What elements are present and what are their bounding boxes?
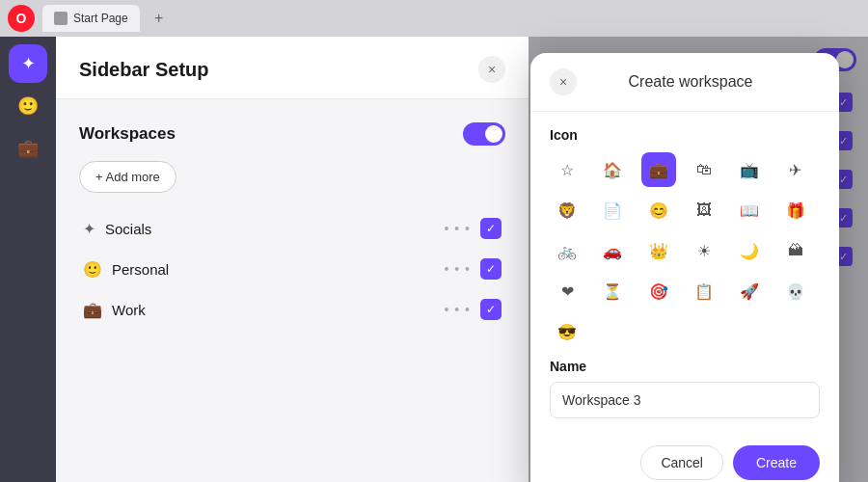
icon-hourglass[interactable]: ⏳ [595, 274, 630, 308]
icon-list[interactable]: 📋 [687, 274, 721, 308]
icon-mountain[interactable]: 🏔 [778, 233, 813, 268]
create-button[interactable]: Create [733, 445, 820, 480]
sidebar-sparkle-button[interactable]: ✦ [9, 44, 47, 83]
icon-briefcase[interactable]: 💼 [641, 152, 676, 187]
icon-bike[interactable]: 🚲 [550, 233, 584, 268]
opera-logo: O [8, 5, 35, 32]
icon-sun[interactable]: ☀ [687, 233, 721, 268]
emoji-icon: 🙂 [17, 95, 39, 117]
icon-home[interactable]: 🏠 [595, 152, 630, 187]
icon-grid-row2: 🦁 📄 😊 🖼 📖 🎁 [550, 193, 820, 228]
briefcase-icon: 💼 [17, 138, 39, 159]
icon-section-label: Icon [550, 127, 820, 143]
icon-moon[interactable]: 🌙 [732, 233, 767, 268]
sidebar-setup-title: Sidebar Setup [79, 59, 208, 81]
workspace-name-personal: Personal [112, 261, 435, 278]
personal-menu-dots[interactable]: • • • [445, 261, 471, 277]
icon-target[interactable]: 🎯 [641, 274, 676, 308]
icon-lion[interactable]: 🦁 [550, 193, 584, 228]
icon-car[interactable]: 🚗 [595, 233, 630, 268]
add-more-button[interactable]: + Add more [79, 161, 176, 193]
workspaces-section-title: Workspaces [79, 124, 176, 144]
workspace-row-work: 💼 Work • • • ✓ [79, 289, 505, 330]
sidebar-emoji-button[interactable]: 🙂 [9, 87, 47, 125]
add-more-label: + Add more [95, 170, 160, 184]
browser-tab[interactable]: Start Page [42, 5, 140, 32]
icon-tv[interactable]: 📺 [732, 152, 767, 187]
icon-smile[interactable]: 😊 [641, 193, 676, 228]
icon-rocket[interactable]: 🚀 [732, 274, 767, 308]
work-menu-dots[interactable]: • • • [445, 302, 471, 317]
modal-title: Create workspace [588, 73, 820, 91]
icon-image[interactable]: 🖼 [687, 193, 721, 228]
workspaces-section-header: Workspaces [79, 122, 505, 146]
new-tab-button[interactable]: + [148, 7, 171, 30]
work-icon: 💼 [83, 301, 102, 319]
tab-label: Start Page [73, 12, 128, 25]
icon-cool[interactable]: 😎 [550, 314, 584, 349]
icon-bag[interactable]: 🛍 [687, 152, 721, 187]
workspace-name-work: Work [112, 302, 435, 318]
sidebar-briefcase-button[interactable]: 💼 [9, 129, 47, 168]
socials-icon: ✦ [83, 220, 95, 238]
icon-book[interactable]: 📖 [732, 193, 767, 228]
icon-document[interactable]: 📄 [595, 193, 630, 228]
icon-heart[interactable]: ❤ [550, 274, 584, 308]
modal-close-button[interactable]: × [550, 68, 577, 95]
create-workspace-modal: × Create workspace Icon ☆ 🏠 💼 🛍 📺 ✈ 🦁 📄 … [530, 53, 839, 482]
icon-grid-row5: 😎 [550, 314, 820, 349]
icon-grid-row4: ❤ ⏳ 🎯 📋 🚀 💀 [550, 274, 820, 308]
tab-favicon [54, 12, 68, 25]
sidebar-setup-panel: Sidebar Setup × Workspaces + Add more ✦ … [56, 37, 529, 482]
personal-checkbox[interactable]: ✓ [480, 258, 502, 280]
name-section-label: Name [550, 359, 820, 374]
left-sidebar: ✦ 🙂 💼 [0, 37, 56, 482]
workspaces-toggle[interactable] [463, 122, 505, 146]
icon-grid-row3: 🚲 🚗 👑 ☀ 🌙 🏔 [550, 233, 820, 268]
sidebar-setup-header: Sidebar Setup × [56, 37, 529, 99]
workspace-name-input[interactable] [550, 382, 820, 418]
icon-grid-row1: ☆ 🏠 💼 🛍 📺 ✈ [550, 152, 820, 187]
sidebar-setup-close-button[interactable]: × [478, 56, 505, 83]
modal-header: × Create workspace [530, 53, 839, 112]
personal-icon: 🙂 [83, 260, 102, 279]
icon-crown[interactable]: 👑 [641, 233, 676, 268]
cancel-button[interactable]: Cancel [640, 445, 723, 480]
workspace-row-personal: 🙂 Personal • • • ✓ [79, 249, 505, 289]
sparkle-icon: ✦ [21, 53, 36, 74]
workspace-row-socials: ✦ Socials • • • ✓ [79, 208, 505, 249]
modal-body: Icon ☆ 🏠 💼 🛍 📺 ✈ 🦁 📄 😊 🖼 📖 🎁 🚲 🚗 👑 ☀ 🌙 [530, 112, 839, 434]
tab-bar: O Start Page + [0, 0, 868, 37]
workspace-name-socials: Socials [105, 221, 435, 237]
icon-plane[interactable]: ✈ [778, 152, 813, 187]
sidebar-setup-content: Workspaces + Add more ✦ Socials • • • ✓ … [56, 99, 529, 353]
work-checkbox[interactable]: ✓ [480, 299, 502, 320]
socials-menu-dots[interactable]: • • • [445, 221, 471, 236]
icon-star[interactable]: ☆ [550, 152, 584, 187]
icon-skull[interactable]: 💀 [778, 274, 813, 308]
modal-footer: Cancel Create [530, 434, 839, 482]
icon-gift[interactable]: 🎁 [778, 193, 813, 228]
socials-checkbox[interactable]: ✓ [480, 218, 502, 239]
